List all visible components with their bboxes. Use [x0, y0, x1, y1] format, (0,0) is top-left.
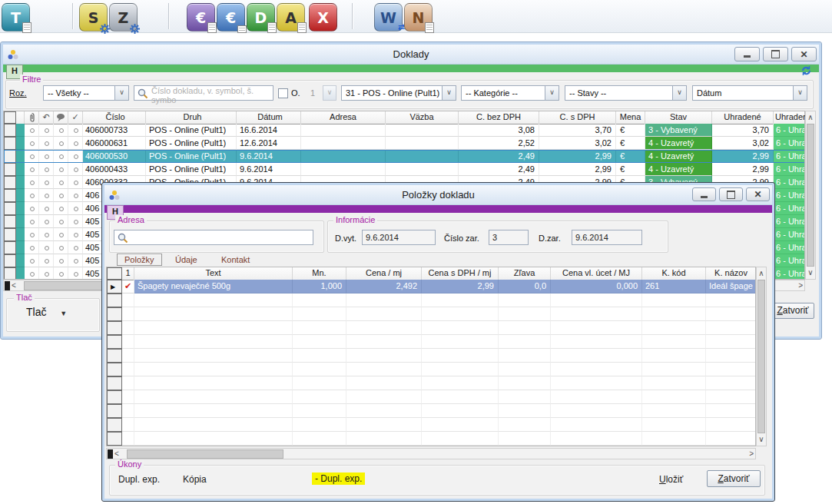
item-empty-row[interactable]: [107, 293, 755, 307]
item-empty-row[interactable]: [107, 335, 755, 349]
agenda-icon[interactable]: A: [277, 3, 305, 32]
row-selector-cell[interactable]: [4, 150, 16, 163]
check-flag-cell[interactable]: [68, 176, 83, 189]
check-flag-cell[interactable]: [68, 228, 83, 241]
o-checkbox[interactable]: [278, 88, 288, 98]
comment-flag-cell[interactable]: [54, 189, 68, 202]
item-row-indicator[interactable]: [107, 335, 122, 349]
column-header-cenadph[interactable]: Cena s DPH / mj: [422, 267, 499, 280]
kategorie-dropdown[interactable]: -- Kategórie --∨: [461, 85, 559, 101]
column-header-cislo[interactable]: Číslo: [83, 111, 146, 124]
row-selector-cell[interactable]: [4, 163, 16, 176]
undo-flag-cell[interactable]: [39, 163, 54, 176]
polozky-zatvorit-button[interactable]: Zatvoriť: [707, 470, 761, 487]
attachment-flag-cell[interactable]: [25, 150, 39, 163]
euro-invoice-icon[interactable]: €: [187, 3, 215, 32]
check-flag-cell[interactable]: [68, 137, 83, 150]
row-selector-cell[interactable]: [4, 176, 16, 189]
column-header-stav[interactable]: Stav: [645, 111, 712, 124]
datum-dropdown[interactable]: Dátum∨: [692, 85, 807, 101]
item-empty-row[interactable]: [107, 349, 755, 363]
item-empty-row[interactable]: [107, 390, 755, 404]
attachment-flag-cell[interactable]: [25, 137, 39, 150]
comment-flag-cell[interactable]: [54, 215, 68, 228]
documents-icon[interactable]: D: [247, 3, 275, 32]
undo-flag-cell[interactable]: [39, 150, 54, 163]
o-number-dropdown[interactable]: ∨: [323, 85, 336, 101]
item-empty-row[interactable]: [107, 376, 755, 390]
minimize-button[interactable]: [692, 187, 716, 201]
item-row-indicator[interactable]: ▶: [107, 280, 122, 293]
undo-flag-cell[interactable]: [39, 137, 54, 150]
undo-flag-cell[interactable]: [39, 202, 54, 215]
undo-flag-cell[interactable]: [39, 254, 54, 267]
comment-flag-cell[interactable]: [54, 124, 68, 137]
row-selector-cell[interactable]: [4, 254, 16, 267]
item-row-indicator[interactable]: [107, 349, 122, 363]
column-header-text[interactable]: Text: [134, 267, 293, 280]
close-app-icon[interactable]: X: [309, 3, 337, 32]
search-box[interactable]: Číslo dokladu, v. symbol, š. symbo: [134, 85, 273, 101]
column-header-cena[interactable]: Cena / mj: [346, 267, 422, 280]
check-column-header[interactable]: ✓: [68, 111, 83, 124]
settings-z-icon[interactable]: Z: [109, 3, 138, 32]
adresa-search-input[interactable]: [114, 230, 313, 245]
tab-polozky[interactable]: Položky: [117, 254, 162, 266]
undo-flag-cell[interactable]: [39, 215, 54, 228]
attachment-flag-cell[interactable]: [25, 215, 39, 228]
undo-column-header[interactable]: ↶: [39, 111, 54, 124]
item-empty-row[interactable]: [107, 432, 755, 446]
tlac-dropdown-button[interactable]: Tlač ▼: [26, 306, 67, 318]
comment-column-header[interactable]: [54, 111, 68, 124]
kopia-action[interactable]: Kópia: [183, 474, 207, 485]
row-selector-cell[interactable]: [4, 267, 16, 279]
item-empty-row[interactable]: [107, 404, 755, 418]
scroll-left-icon[interactable]: <: [12, 280, 16, 291]
attachment-flag-cell[interactable]: [25, 254, 39, 267]
column-header-vazba[interactable]: Väzba: [386, 111, 459, 124]
column-header-csdph[interactable]: C. s DPH: [539, 111, 616, 124]
check-flag-cell[interactable]: [68, 267, 83, 279]
item-empty-row[interactable]: [107, 321, 755, 335]
check-flag-cell[interactable]: [68, 254, 83, 267]
tab-kontakt[interactable]: Kontakt: [221, 255, 250, 264]
item-empty-row[interactable]: [107, 307, 755, 321]
scroll-down-icon[interactable]: ∨: [806, 267, 815, 278]
item-hscrollbar[interactable]: < >: [106, 448, 756, 459]
scroll-right-icon[interactable]: >: [798, 280, 803, 291]
word-sync-icon[interactable]: W⇄: [374, 3, 403, 32]
comment-flag-cell[interactable]: [54, 241, 68, 254]
column-header-adresa[interactable]: Adresa: [301, 111, 386, 124]
row-selector-cell[interactable]: [4, 215, 16, 228]
scroll-down-icon[interactable]: ∨: [757, 434, 766, 445]
notes-icon[interactable]: N: [404, 3, 433, 32]
dupl-exp-action[interactable]: Dupl. exp.: [118, 474, 160, 485]
item-row-indicator[interactable]: [107, 376, 122, 390]
item-row-indicator[interactable]: [107, 363, 122, 376]
attachment-column-header[interactable]: [25, 111, 39, 124]
check-flag-cell[interactable]: [68, 189, 83, 202]
dvyt-field[interactable]: 9.6.2014: [362, 230, 436, 245]
dzar-field[interactable]: 9.6.2014: [572, 230, 642, 245]
column-header-knazov[interactable]: K. názov: [706, 267, 757, 280]
undo-flag-cell[interactable]: [39, 241, 54, 254]
doklady-row[interactable]: 406000433POS - Online (Pult1)9.6.20142,4…: [4, 163, 804, 176]
column-header-druh[interactable]: Druh: [146, 111, 237, 124]
cislozar-field[interactable]: 3: [489, 230, 529, 245]
comment-flag-cell[interactable]: [54, 150, 68, 163]
settings-s-icon[interactable]: S: [79, 3, 108, 32]
row-selector-cell[interactable]: [4, 228, 16, 241]
select-all-cell[interactable]: [4, 111, 16, 124]
check-flag-cell[interactable]: [68, 202, 83, 215]
column-header-1[interactable]: 1: [122, 267, 134, 280]
stavy-dropdown[interactable]: -- Stavy --∨: [565, 85, 687, 101]
column-header-kkod[interactable]: K. kód: [642, 267, 706, 280]
item-row-indicator[interactable]: [107, 404, 122, 418]
row-selector-cell[interactable]: [4, 124, 16, 137]
doklady-vscrollbar[interactable]: ∧ ∨: [805, 111, 816, 280]
undo-flag-cell[interactable]: [39, 189, 54, 202]
attachment-flag-cell[interactable]: [25, 176, 39, 189]
item-row-indicator[interactable]: [107, 321, 122, 335]
doklady-row[interactable]: 406000631POS - Online (Pult1)12.6.20142,…: [4, 137, 804, 150]
attachment-flag-cell[interactable]: [25, 241, 39, 254]
